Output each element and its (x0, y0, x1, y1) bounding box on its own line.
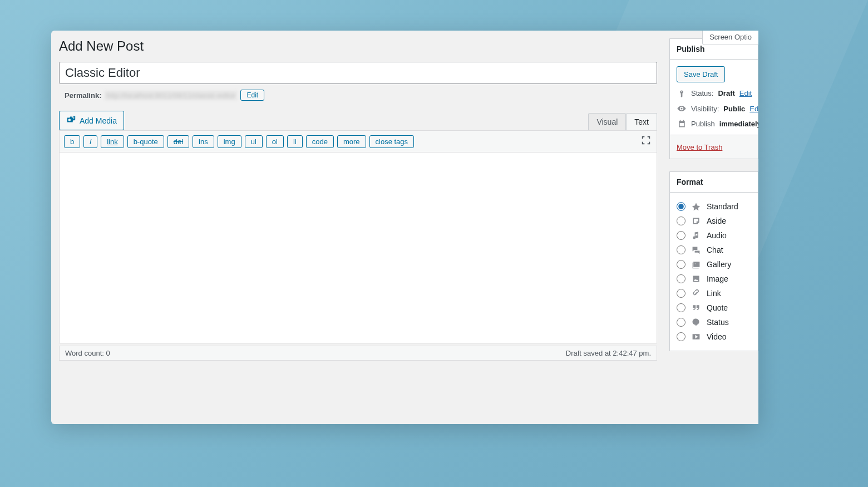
permalink-row: Permalink: http://localhost:8011/08/11/c… (59, 90, 657, 101)
qt-bold-button[interactable]: b (64, 135, 80, 148)
camera-music-icon (66, 115, 76, 126)
calendar-icon (677, 120, 687, 128)
format-option-image[interactable]: Image (677, 272, 751, 286)
format-option-gallery[interactable]: Gallery (677, 257, 751, 272)
aside-icon (691, 217, 701, 225)
post-title-input[interactable] (59, 62, 657, 84)
format-option-chat[interactable]: Chat (677, 243, 751, 257)
format-radio-standard[interactable] (677, 202, 685, 211)
format-label: Quote (707, 303, 728, 312)
image-icon (691, 274, 701, 283)
add-media-button[interactable]: Add Media (59, 111, 124, 130)
visibility-edit-link[interactable]: Edit (749, 105, 758, 113)
format-radio-gallery[interactable] (677, 260, 685, 269)
eye-icon (677, 104, 687, 113)
publish-panel: Publish Save Draft Status: Draft Edit (669, 38, 758, 159)
format-option-quote[interactable]: Quote (677, 301, 751, 315)
fullscreen-icon[interactable] (640, 134, 652, 149)
format-label: Standard (707, 202, 738, 211)
audio-icon (691, 231, 701, 240)
key-icon (677, 90, 687, 97)
quicktags-toolbar: b i link b-quote del ins img ul ol li co… (59, 130, 657, 153)
autosave-status: Draft saved at 2:42:47 pm. (566, 349, 651, 357)
format-radio-status[interactable] (677, 318, 685, 327)
qt-ul-button[interactable]: ul (245, 135, 263, 148)
format-label: Chat (707, 245, 723, 254)
format-panel-title: Format (670, 172, 758, 193)
word-count: Word count: 0 (65, 349, 110, 357)
format-option-video[interactable]: Video (677, 329, 751, 344)
add-media-label: Add Media (80, 116, 117, 125)
move-to-trash-link[interactable]: Move to Trash (677, 143, 722, 151)
permalink-edit-button[interactable]: Edit (240, 90, 264, 101)
format-radio-quote[interactable] (677, 303, 685, 312)
qt-del-button[interactable]: del (167, 135, 189, 148)
page-title: Add New Post (59, 38, 657, 54)
tab-text[interactable]: Text (626, 113, 657, 130)
qt-ins-button[interactable]: ins (193, 135, 214, 148)
gallery-icon (691, 260, 701, 269)
format-panel: Format StandardAsideAudioChatGalleryImag… (669, 171, 758, 351)
tab-visual[interactable]: Visual (588, 113, 626, 130)
format-radio-link[interactable] (677, 289, 685, 298)
permalink-url: http://localhost:8011/08/11/classic-edit… (105, 91, 237, 100)
quote-icon (691, 303, 701, 312)
format-option-link[interactable]: Link (677, 286, 751, 301)
format-label: Link (707, 289, 721, 298)
qt-img-button[interactable]: img (218, 135, 241, 148)
qt-code-button[interactable]: code (306, 135, 334, 148)
link-icon (691, 289, 701, 298)
format-label: Video (707, 332, 727, 341)
format-label: Gallery (707, 260, 731, 269)
format-label: Status (707, 318, 729, 327)
format-radio-aside[interactable] (677, 217, 685, 225)
format-radio-image[interactable] (677, 274, 685, 283)
video-icon (691, 332, 701, 341)
qt-li-button[interactable]: li (287, 135, 303, 148)
format-label: Audio (707, 231, 727, 240)
qt-italic-button[interactable]: i (83, 135, 97, 148)
format-option-audio[interactable]: Audio (677, 228, 751, 243)
status-edit-link[interactable]: Edit (739, 89, 752, 97)
qt-link-button[interactable]: link (101, 135, 124, 148)
format-label: Aside (707, 217, 726, 225)
qt-more-button[interactable]: more (337, 135, 366, 148)
content-textarea[interactable] (59, 153, 657, 343)
format-option-aside[interactable]: Aside (677, 214, 751, 228)
visibility-row: Visibility: Public Edit (677, 104, 751, 113)
chat-icon (691, 245, 701, 254)
wp-editor-window: Screen Optio Add New Post Permalink: htt… (51, 31, 758, 424)
format-option-standard[interactable]: Standard (677, 199, 751, 214)
format-label: Image (707, 274, 728, 283)
qt-bquote-button[interactable]: b-quote (127, 135, 164, 148)
status-row: Status: Draft Edit (677, 89, 751, 97)
format-option-status[interactable]: Status (677, 315, 751, 329)
standard-icon (691, 202, 701, 211)
screen-options-button[interactable]: Screen Optio (702, 31, 758, 45)
qt-closetags-button[interactable]: close tags (369, 135, 415, 148)
format-radio-video[interactable] (677, 332, 685, 341)
status-icon (691, 318, 701, 327)
qt-ol-button[interactable]: ol (266, 135, 284, 148)
publish-date-row: Publish immediately (677, 120, 751, 128)
format-radio-chat[interactable] (677, 245, 685, 254)
editor-status-bar: Word count: 0 Draft saved at 2:42:47 pm. (59, 346, 657, 361)
save-draft-button[interactable]: Save Draft (677, 66, 725, 82)
permalink-label: Permalink: (65, 91, 101, 100)
format-radio-audio[interactable] (677, 231, 685, 240)
